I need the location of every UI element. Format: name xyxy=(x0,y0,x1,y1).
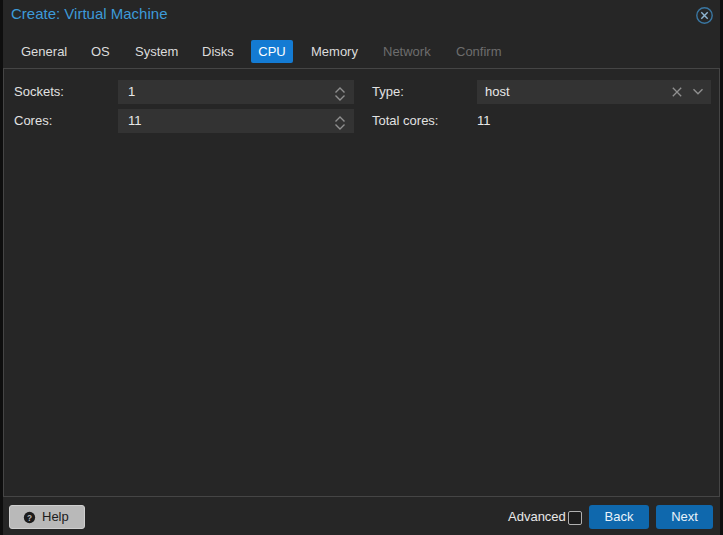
svg-text:?: ? xyxy=(27,514,32,523)
